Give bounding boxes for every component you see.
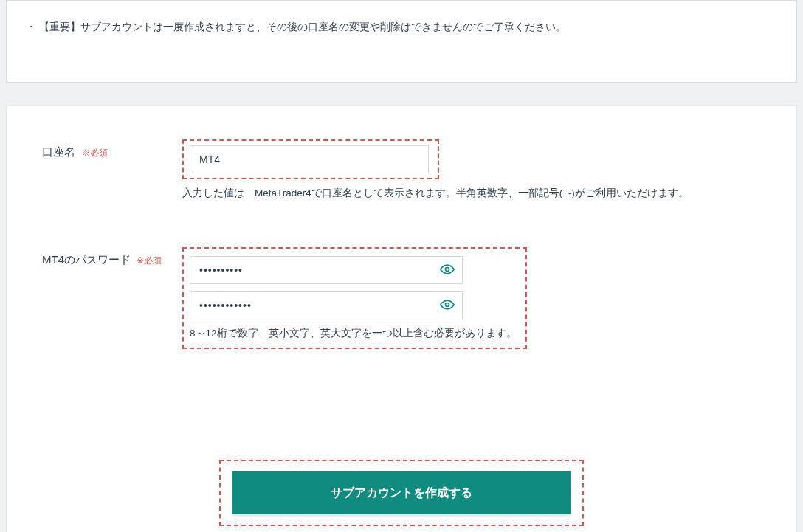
toggle-password-visibility-1[interactable] [436,259,458,281]
password-label-col: MT4のパスワード ※必須 [42,247,182,267]
account-name-highlight-frame [182,139,439,179]
password-input-1[interactable] [190,256,463,284]
password-highlight-frame: 8～12桁で数字、英小文字、英大文字を一つ以上含む必要があります。 [182,247,527,349]
account-name-row: 口座名 ※必須 入力した値は MetaTrader4で口座名として表示されます。… [42,139,761,200]
eye-icon [440,262,455,279]
account-name-label: 口座名 [42,145,75,158]
required-mark: ※必須 [137,255,162,266]
password-row: MT4のパスワード ※必須 [42,247,761,349]
account-name-field-col: 入力した値は MetaTrader4で口座名として表示されます。半角英数字、一部… [182,139,761,200]
password-wrap-2 [190,291,463,319]
notice-box: ・ 【重要】サブアカウントは一度作成されますと、その後の口座名の変更や削除はでき… [6,0,797,83]
form-card: 口座名 ※必須 入力した値は MetaTrader4で口座名として表示されます。… [6,105,797,532]
required-mark: ※必須 [81,148,108,158]
account-name-label-col: 口座名 ※必須 [42,139,182,159]
password-input-2[interactable] [190,291,463,319]
submit-highlight-frame: サブアカウントを作成する [219,460,584,526]
svg-point-0 [446,267,449,271]
password-wrap-1 [190,256,463,284]
submit-section: サブアカウントを作成する [42,460,761,526]
password-label: MT4のパスワード [42,253,131,266]
account-name-input[interactable] [190,145,429,173]
account-name-help: 入力した値は MetaTrader4で口座名として表示されます。半角英数字、一部… [182,187,761,200]
create-subaccount-button[interactable]: サブアカウントを作成する [232,471,571,514]
svg-point-1 [446,303,449,306]
eye-icon [440,297,455,314]
toggle-password-visibility-2[interactable] [436,294,458,317]
notice-text: ・ 【重要】サブアカウントは一度作成されますと、その後の口座名の変更や削除はでき… [26,18,777,35]
password-help: 8～12桁で数字、英小文字、英大文字を一つ以上含む必要があります。 [190,327,517,340]
password-field-col: 8～12桁で数字、英小文字、英大文字を一つ以上含む必要があります。 [182,247,761,349]
